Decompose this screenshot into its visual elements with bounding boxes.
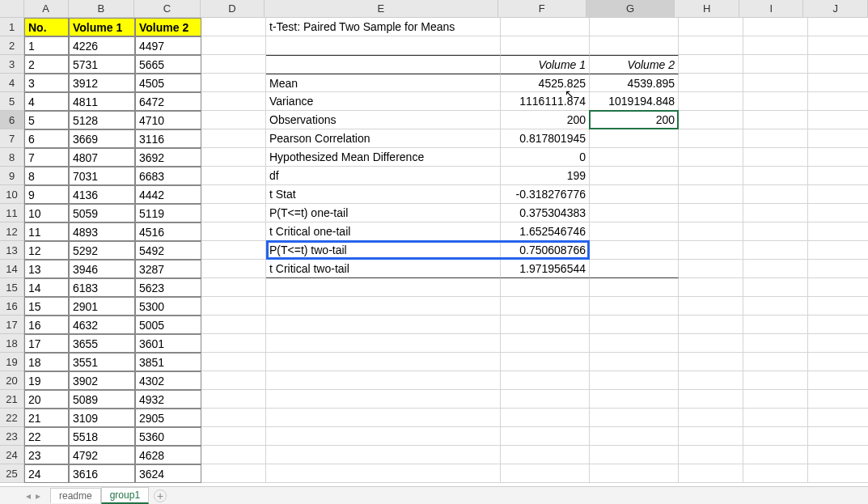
cell-I1[interactable] bbox=[743, 18, 808, 36]
cell-I10[interactable] bbox=[743, 185, 808, 204]
cell-F15[interactable] bbox=[501, 278, 590, 297]
cell-H9[interactable] bbox=[679, 167, 743, 185]
cell-J8[interactable] bbox=[808, 148, 868, 167]
cell-J12[interactable] bbox=[808, 222, 868, 241]
cell-B15[interactable]: 6183 bbox=[69, 278, 135, 297]
row-header-16[interactable]: 16 bbox=[0, 297, 24, 316]
tab-nav-controls[interactable]: ◂ ▸ bbox=[24, 490, 42, 502]
cell-B16[interactable]: 2901 bbox=[69, 297, 135, 316]
cell-B1[interactable]: Volume 1 bbox=[69, 18, 135, 36]
cell-E9[interactable]: df bbox=[266, 167, 501, 185]
cell-D11[interactable] bbox=[201, 204, 266, 222]
cell-I2[interactable] bbox=[743, 36, 808, 55]
col-header-F[interactable]: F bbox=[498, 0, 586, 18]
cell-J4[interactable] bbox=[808, 74, 868, 92]
cell-C5[interactable]: 6472 bbox=[135, 92, 201, 111]
cell-I7[interactable] bbox=[743, 129, 808, 148]
cell-D1[interactable] bbox=[201, 18, 266, 36]
cell-J18[interactable] bbox=[808, 334, 868, 353]
cell-B21[interactable]: 5089 bbox=[69, 390, 135, 409]
cell-F19[interactable] bbox=[501, 353, 590, 371]
cell-A9[interactable]: 8 bbox=[24, 167, 69, 185]
cell-I24[interactable] bbox=[743, 446, 808, 464]
cell-C21[interactable]: 4932 bbox=[135, 390, 201, 409]
cell-G2[interactable] bbox=[590, 36, 679, 55]
cell-D21[interactable] bbox=[201, 390, 266, 409]
cell-I17[interactable] bbox=[743, 316, 808, 334]
cell-B6[interactable]: 5128 bbox=[69, 111, 135, 129]
cell-B18[interactable]: 3655 bbox=[69, 334, 135, 353]
cell-A24[interactable]: 23 bbox=[24, 446, 69, 464]
cell-B19[interactable]: 3551 bbox=[69, 353, 135, 371]
cell-C17[interactable]: 5005 bbox=[135, 316, 201, 334]
cell-I6[interactable] bbox=[743, 111, 808, 129]
col-header-I[interactable]: I bbox=[739, 0, 804, 18]
cell-H22[interactable] bbox=[679, 409, 743, 427]
row-header-18[interactable]: 18 bbox=[0, 334, 24, 353]
cell-A11[interactable]: 10 bbox=[24, 204, 69, 222]
sheet-tab-group1[interactable]: group1 bbox=[101, 487, 149, 504]
cell-F3[interactable]: Volume 1 bbox=[501, 55, 590, 74]
cell-F5[interactable]: 1116111.874 bbox=[501, 92, 590, 111]
cell-B13[interactable]: 5292 bbox=[69, 241, 135, 260]
cell-H12[interactable] bbox=[679, 222, 743, 241]
cell-F22[interactable] bbox=[501, 409, 590, 427]
cell-G14[interactable] bbox=[590, 260, 679, 278]
col-header-C[interactable]: C bbox=[134, 0, 201, 18]
cell-I25[interactable] bbox=[743, 464, 808, 483]
cell-H11[interactable] bbox=[679, 204, 743, 222]
cell-D17[interactable] bbox=[201, 316, 266, 334]
row-header-5[interactable]: 5 bbox=[0, 92, 24, 111]
cell-A14[interactable]: 13 bbox=[24, 260, 69, 278]
cell-D14[interactable] bbox=[201, 260, 266, 278]
cell-G21[interactable] bbox=[590, 390, 679, 409]
cell-E12[interactable]: t Critical one-tail bbox=[266, 222, 501, 241]
cell-B17[interactable]: 4632 bbox=[69, 316, 135, 334]
cell-J19[interactable] bbox=[808, 353, 868, 371]
cell-I18[interactable] bbox=[743, 334, 808, 353]
cell-I22[interactable] bbox=[743, 409, 808, 427]
cell-B24[interactable]: 4792 bbox=[69, 446, 135, 464]
row-header-7[interactable]: 7 bbox=[0, 129, 24, 148]
cell-D22[interactable] bbox=[201, 409, 266, 427]
cell-J5[interactable] bbox=[808, 92, 868, 111]
cell-E16[interactable] bbox=[266, 297, 501, 316]
cell-D12[interactable] bbox=[201, 222, 266, 241]
add-sheet-button[interactable]: + bbox=[154, 489, 167, 502]
cell-F24[interactable] bbox=[501, 446, 590, 464]
cell-I20[interactable] bbox=[743, 371, 808, 390]
cell-H3[interactable] bbox=[679, 55, 743, 74]
cell-B11[interactable]: 5059 bbox=[69, 204, 135, 222]
cell-J7[interactable] bbox=[808, 129, 868, 148]
cell-E19[interactable] bbox=[266, 353, 501, 371]
cell-E17[interactable] bbox=[266, 316, 501, 334]
cell-G13[interactable] bbox=[590, 241, 679, 260]
cell-A1[interactable]: No. bbox=[24, 18, 69, 36]
cell-A15[interactable]: 14 bbox=[24, 278, 69, 297]
cell-B2[interactable]: 4226 bbox=[69, 36, 135, 55]
cell-A10[interactable]: 9 bbox=[24, 185, 69, 204]
cell-E7[interactable]: Pearson Correlation bbox=[266, 129, 501, 148]
row-header-11[interactable]: 11 bbox=[0, 204, 24, 222]
cell-B9[interactable]: 7031 bbox=[69, 167, 135, 185]
cell-G17[interactable] bbox=[590, 316, 679, 334]
cell-B4[interactable]: 3912 bbox=[69, 74, 135, 92]
cell-A8[interactable]: 7 bbox=[24, 148, 69, 167]
cell-C25[interactable]: 3624 bbox=[135, 464, 201, 483]
cell-H18[interactable] bbox=[679, 334, 743, 353]
cell-G8[interactable] bbox=[590, 148, 679, 167]
cell-J25[interactable] bbox=[808, 464, 868, 483]
cell-E21[interactable] bbox=[266, 390, 501, 409]
cell-C23[interactable]: 5360 bbox=[135, 427, 201, 446]
cell-E15[interactable] bbox=[266, 278, 501, 297]
cell-A12[interactable]: 11 bbox=[24, 222, 69, 241]
cell-E3[interactable] bbox=[266, 55, 501, 74]
cell-G9[interactable] bbox=[590, 167, 679, 185]
cell-E6[interactable]: Observations bbox=[266, 111, 501, 129]
cell-C2[interactable]: 4497 bbox=[135, 36, 201, 55]
cell-A3[interactable]: 2 bbox=[24, 55, 69, 74]
cell-H14[interactable] bbox=[679, 260, 743, 278]
cell-F12[interactable]: 1.652546746 bbox=[501, 222, 590, 241]
cell-J22[interactable] bbox=[808, 409, 868, 427]
cell-B22[interactable]: 3109 bbox=[69, 409, 135, 427]
